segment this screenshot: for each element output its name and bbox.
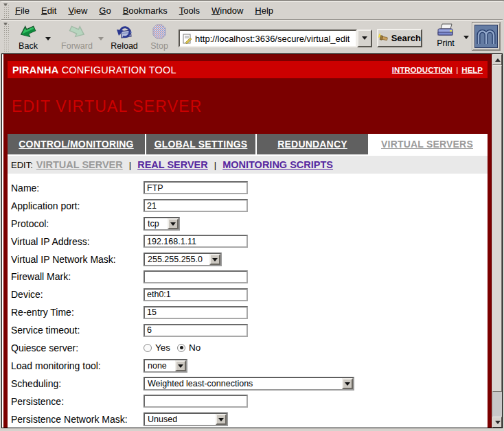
help-link[interactable]: HELP [461, 66, 483, 74]
virtual-ip-network-mask-value: 255.255.255.0 [145, 255, 209, 264]
page-header-band: PIRANHA CONFIGURATION TOOL INTRODUCTION … [8, 61, 488, 78]
menu-help[interactable]: Help [255, 5, 273, 16]
persistence-input[interactable] [144, 395, 248, 408]
header-link-separator: | [455, 66, 459, 74]
search-icon [378, 32, 389, 44]
navigation-toolbar: Back Forward [1, 20, 503, 54]
menubar-grip[interactable] [3, 3, 9, 19]
dropdown-arrow-icon[interactable] [342, 378, 353, 389]
dropdown-arrow-icon[interactable] [209, 254, 220, 265]
browser-viewport: PIRANHA CONFIGURATION TOOL INTRODUCTION … [1, 54, 503, 428]
field-label: Load monitoring tool: [8, 360, 144, 371]
menu-go[interactable]: Go [99, 5, 111, 16]
persistence-network-mask-select[interactable]: Unused [144, 412, 228, 426]
tab-global-settings[interactable]: GLOBAL SETTINGS [146, 134, 255, 154]
subnav-separator: | [129, 160, 131, 170]
url-history-dropdown[interactable] [357, 30, 372, 47]
field-label: Application port: [8, 200, 144, 211]
vertical-scrollbar[interactable] [492, 54, 502, 428]
reload-label: Reload [111, 41, 138, 51]
tab-redundancy[interactable]: REDUNDANCY [257, 134, 368, 154]
scroll-up-button[interactable] [492, 54, 502, 65]
location-bar: http://localhost:3636/secure/virtual_edi… [179, 30, 372, 47]
device-input[interactable]: eth0:1 [144, 288, 248, 301]
search-button[interactable]: Search [377, 29, 422, 47]
field-label: Service timeout: [8, 325, 144, 336]
load-monitoring-tool-value: none [145, 361, 175, 371]
field-label: Persistence: [8, 396, 144, 407]
protocol-select[interactable]: tcp [144, 217, 180, 231]
page-title: EDIT VIRTUAL SERVER [12, 97, 203, 116]
scrollbar-thumb[interactable] [492, 65, 502, 392]
forward-button[interactable]: Forward [58, 23, 96, 51]
field-label: Device: [8, 289, 144, 300]
field-label: Virtual IP Address: [8, 236, 144, 247]
menu-window[interactable]: Window [211, 5, 243, 16]
radio-label: Yes [155, 342, 170, 353]
print-button[interactable]: Print [431, 23, 461, 48]
field-label: Name: [8, 183, 144, 194]
url-input[interactable]: http://localhost:3636/secure/virtual_edi… [179, 30, 357, 47]
dropdown-arrow-icon[interactable] [168, 218, 179, 229]
content-panel: CONTROL/MONITORINGGLOBAL SETTINGSREDUNDA… [8, 134, 488, 428]
form-row: Quiesce server:YesNo [8, 339, 488, 357]
subnav-real-server[interactable]: REAL SERVER [137, 159, 208, 170]
tab-control-monitoring[interactable]: CONTROL/MONITORING [8, 134, 145, 154]
header-links: INTRODUCTION | HELP [392, 66, 483, 74]
virtual-ip-address-input[interactable]: 192.168.1.11 [144, 235, 248, 248]
back-dropdown-icon[interactable] [45, 37, 51, 40]
subnav-virtual-server[interactable]: VIRTUAL SERVER [36, 159, 123, 170]
forward-icon [58, 23, 96, 40]
menu-edit[interactable]: Edit [41, 5, 56, 16]
scheduling-select[interactable]: Weighted least-connections [144, 377, 354, 391]
form-row: Persistence: [8, 393, 488, 410]
mozilla-logo[interactable] [472, 22, 501, 51]
search-label: Search [391, 33, 421, 43]
application-port-input[interactable]: 21 [144, 199, 248, 212]
subnav-prefix: EDIT: [11, 160, 33, 170]
quiesce-server-radio-no[interactable] [177, 344, 185, 352]
subnav-separator: | [214, 160, 216, 170]
back-button[interactable]: Back [14, 23, 43, 51]
menu-tools[interactable]: Tools [179, 5, 200, 16]
form-row: Device:eth0:1 [8, 286, 488, 303]
re-entry-time-input[interactable]: 15 [144, 306, 248, 319]
field-label: Persistence Network Mask: [8, 414, 144, 425]
stop-button[interactable]: Stop [147, 23, 172, 51]
back-icon [14, 23, 43, 40]
persistence-network-mask-value: Unused [145, 415, 216, 424]
menu-view[interactable]: View [68, 5, 87, 16]
name-input[interactable]: FTP [144, 181, 248, 194]
field-label: Protocol: [8, 218, 144, 229]
main-tabs: CONTROL/MONITORINGGLOBAL SETTINGSREDUNDA… [8, 134, 488, 154]
field-label: Re-entry Time: [8, 307, 144, 318]
form-row: Name:FTP [8, 179, 488, 197]
service-timeout-input[interactable]: 6 [144, 324, 248, 337]
quiesce-server-radio-yes[interactable] [144, 344, 152, 352]
url-text[interactable]: http://localhost:3636/secure/virtual_edi… [195, 34, 350, 44]
dropdown-arrow-icon[interactable] [175, 360, 186, 371]
introduction-link[interactable]: INTRODUCTION [392, 66, 453, 74]
toolbar-grip[interactable] [3, 23, 9, 51]
reload-button[interactable]: Reload [108, 23, 140, 51]
virtual-ip-network-mask-select[interactable]: 255.255.255.0 [144, 253, 222, 266]
window-top-edge [0, 0, 504, 1]
reload-icon [108, 23, 140, 40]
scroll-down-button[interactable] [492, 417, 502, 428]
print-dropdown-icon[interactable] [463, 36, 469, 39]
form-row: Application port:21 [8, 197, 488, 215]
page-proxy-icon[interactable] [182, 34, 192, 44]
menu-file[interactable]: File [15, 5, 30, 16]
load-monitoring-tool-select[interactable]: none [144, 359, 187, 373]
field-label: Firewall Mark: [8, 271, 144, 282]
dropdown-arrow-icon[interactable] [216, 414, 227, 425]
form-row: Load monitoring tool:none [8, 357, 488, 375]
form-row: Service timeout:6 [8, 321, 488, 339]
menu-bookmarks[interactable]: Bookmarks [123, 5, 168, 16]
subnav-monitoring-scripts[interactable]: MONITORING SCRIPTS [222, 159, 333, 170]
tab-virtual-servers[interactable]: VIRTUAL SERVERS [369, 134, 485, 154]
form-row: Protocol:tcp [8, 215, 488, 233]
forward-dropdown-icon[interactable] [98, 37, 104, 40]
field-label: Scheduling: [8, 378, 144, 389]
firewall-mark-input[interactable] [144, 270, 248, 283]
